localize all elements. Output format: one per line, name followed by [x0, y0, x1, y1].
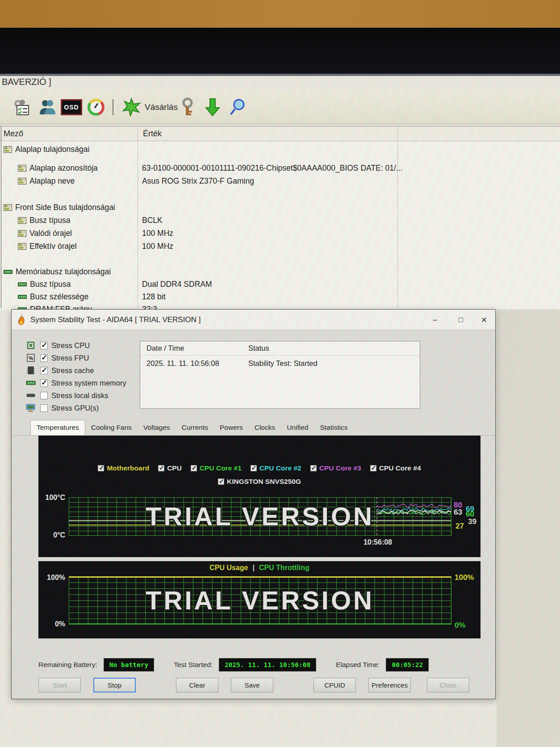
tab-statistics[interactable]: Statistics	[314, 420, 353, 435]
tree-item[interactable]: Alaplap neve	[18, 175, 75, 187]
trial-watermark: TRIAL VERSION	[69, 497, 451, 535]
gauge-icon[interactable]	[88, 97, 104, 118]
tree-group-membus[interactable]: Memóriabusz tulajdonságai	[4, 265, 111, 278]
tab-powers[interactable]: Powers	[214, 420, 249, 435]
temp-y-max: 100°C	[39, 494, 65, 502]
stress-fpu-checkbox[interactable]	[40, 354, 48, 362]
stop-button[interactable]: Stop	[93, 678, 136, 692]
legend-checkbox[interactable]	[218, 478, 224, 485]
column-divider-right[interactable]	[397, 126, 398, 308]
board-icon	[18, 230, 26, 237]
clear-button[interactable]: Clear	[176, 678, 218, 692]
preferences-button[interactable]: Preferences	[368, 678, 411, 692]
stress-option-fpu: % Stress FPU	[25, 353, 89, 363]
tab-currents[interactable]: Currents	[176, 420, 214, 435]
legend-checkbox[interactable]	[370, 465, 376, 471]
column-value[interactable]: Érték	[143, 129, 162, 138]
log-header: Date / Time Status	[140, 341, 420, 356]
stress-memory-checkbox[interactable]	[40, 379, 48, 387]
minimize-button[interactable]: –	[428, 313, 442, 327]
cpuid-button[interactable]: CPUID	[313, 678, 356, 692]
tree-item[interactable]: Alaplap azonosítója	[18, 162, 98, 174]
users-icon[interactable]	[36, 97, 59, 118]
legend-checkbox[interactable]	[98, 465, 104, 471]
usage-plot: TRIAL VERSION	[69, 576, 451, 625]
stability-title-bar[interactable]: System Stability Test - AIDA64 [ TRIAL V…	[12, 310, 495, 330]
tree-item[interactable]: Busz típusa	[18, 278, 71, 290]
stress-cache-checkbox[interactable]	[40, 367, 48, 374]
usage-y-max: 100%	[39, 574, 65, 582]
temp-value-kingston: 39	[468, 517, 476, 526]
maximize-button[interactable]: □	[454, 313, 468, 327]
tab-cooling-fans[interactable]: Cooling Fans	[85, 420, 138, 435]
legend-motherboard[interactable]: Motherboard	[98, 464, 149, 472]
stress-option-disks: Stress local disks	[25, 390, 108, 401]
legend-checkbox[interactable]	[251, 465, 257, 471]
legend-checkbox[interactable]	[158, 465, 164, 471]
usage-graph-header: CPU Usage | CPU Throttling	[38, 564, 481, 572]
temp-time-label: 10:56:08	[351, 538, 405, 546]
tree-item[interactable]: Valódi órajel	[18, 227, 72, 239]
download-arrow-icon[interactable]	[202, 97, 223, 118]
legend-cpu-core-4[interactable]: CPU Core #4	[370, 464, 421, 472]
stress-disks-checkbox[interactable]	[40, 392, 48, 399]
start-button[interactable]: Start	[38, 678, 81, 692]
status-bar: Remaining Battery: No battery Test Start…	[38, 656, 469, 674]
buy-button[interactable]: Vásárlás	[121, 97, 178, 118]
flame-icon	[17, 315, 26, 325]
column-divider[interactable]	[138, 126, 138, 308]
tab-temperatures[interactable]: Temperatures	[30, 420, 85, 435]
tree-item[interactable]: Busz típusa	[18, 214, 70, 227]
tab-unified[interactable]: Unified	[281, 420, 314, 435]
temp-legend-row-1: Motherboard CPU CPU Core #1 CPU Core #2 …	[38, 464, 481, 472]
osd-label: OSD	[64, 104, 79, 111]
wall-background	[0, 0, 560, 28]
monitor-bezel	[0, 28, 560, 76]
log-col-status[interactable]: Status	[248, 344, 269, 353]
key-icon[interactable]	[176, 97, 198, 118]
board-icon	[4, 204, 12, 211]
legend-cpu-core-3[interactable]: CPU Core #3	[310, 464, 361, 472]
log-status: Stability Test: Started	[248, 359, 318, 368]
legend-checkbox[interactable]	[191, 465, 197, 471]
legend-cpu[interactable]: CPU	[158, 464, 182, 472]
legend-checkbox[interactable]	[310, 465, 317, 471]
toolbar-separator	[113, 99, 113, 115]
battery-label: Remaining Battery:	[38, 661, 97, 669]
tab-clocks[interactable]: Clocks	[249, 420, 281, 435]
osd-icon[interactable]: OSD	[61, 97, 82, 118]
search-icon[interactable]	[227, 97, 248, 118]
legend-kingston[interactable]: KINGSTON SNVS250G	[218, 478, 301, 486]
tree-item[interactable]: Busz szélessége	[18, 290, 88, 303]
monitor-right-frame	[497, 309, 560, 747]
stress-cpu-checkbox[interactable]	[40, 342, 48, 349]
test-started-label: Test Started:	[174, 661, 213, 669]
photo-frame: BAVERZIÓ ] OSD	[0, 0, 560, 747]
cpu-usage-label: CPU Usage	[209, 564, 248, 572]
close-button[interactable]: Close	[427, 678, 469, 692]
tree-item[interactable]: Effektív órajel	[18, 240, 77, 252]
tree-group-motherboard[interactable]: Alaplap tulajdonságai	[4, 143, 89, 155]
tab-bar: Temperatures Cooling Fans Voltages Curre…	[12, 418, 495, 436]
battery-value: No battery	[104, 658, 154, 671]
stability-test-window: System Stability Test - AIDA64 [ TRIAL V…	[11, 309, 496, 699]
save-button[interactable]: Save	[231, 678, 273, 692]
close-window-button[interactable]: ✕	[477, 313, 491, 327]
temperature-graph: Motherboard CPU CPU Core #1 CPU Core #2 …	[38, 436, 481, 557]
main-window-title: BAVERZIÓ ]	[2, 77, 51, 87]
tab-voltages[interactable]: Voltages	[138, 420, 176, 435]
button-row: Start Stop Clear Save CPUID Preferences …	[38, 677, 469, 693]
legend-cpu-core-1[interactable]: CPU Core #1	[191, 464, 242, 472]
temp-value-cpu: 63	[454, 508, 462, 517]
log-col-datetime[interactable]: Date / Time	[146, 344, 184, 353]
legend-cpu-core-2[interactable]: CPU Core #2	[251, 464, 301, 472]
ram-icon	[18, 294, 27, 300]
test-log-panel[interactable]: Date / Time Status 2025. 11. 11. 10:56:0…	[140, 341, 420, 409]
tree-group-fsb[interactable]: Front Side Bus tulajdonságai	[4, 201, 115, 214]
stress-gpu-checkbox[interactable]	[40, 404, 48, 412]
column-field[interactable]: Mező	[4, 129, 23, 138]
report-settings-icon[interactable]	[10, 97, 33, 118]
ram-icon	[18, 281, 27, 287]
memory-icon	[25, 380, 37, 386]
window-title: System Stability Test - AIDA64 [ TRIAL V…	[30, 315, 201, 324]
